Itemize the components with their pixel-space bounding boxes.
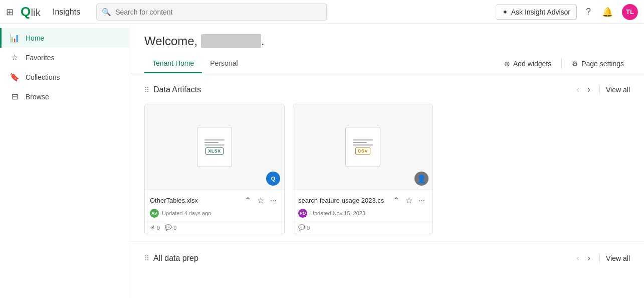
card-views-xlsx: 👁 0: [150, 225, 160, 231]
nav-prev-button[interactable]: ‹: [573, 82, 582, 97]
sidebar-item-favorites[interactable]: ☆ Favorites: [0, 48, 130, 67]
card-info-xlsx: OtherTables.xlsx ⌃ ☆ ··· AV Updated 4 da…: [145, 190, 284, 222]
csv-badge: CSV: [355, 147, 370, 155]
card-star-button[interactable]: ☆: [255, 194, 267, 207]
avatar[interactable]: TL: [622, 4, 638, 20]
sidebar-item-label: Collections: [26, 73, 60, 81]
tabs-actions: ⊕ Add widgets ⚙ Page settings: [498, 57, 630, 71]
card-more-button-csv[interactable]: ···: [416, 195, 427, 207]
view-all-link-prep[interactable]: View all: [599, 254, 630, 262]
tab-personal[interactable]: Personal: [202, 54, 246, 73]
page-settings-button[interactable]: ⚙ Page settings: [566, 57, 630, 71]
notification-icon-button[interactable]: 🔔: [600, 5, 615, 20]
tabs-row: Tenant Home Personal ⊕ Add widgets ⚙ Pag…: [130, 54, 644, 73]
sidebar-item-browse[interactable]: ⊟ Browse: [0, 87, 130, 106]
sparkle-icon: ✦: [502, 8, 508, 16]
tab-tenant-home[interactable]: Tenant Home: [144, 54, 202, 73]
card-more-button[interactable]: ···: [268, 195, 279, 207]
file-lines-csv: [353, 139, 373, 145]
drag-dots-icon: ⠿: [144, 86, 149, 94]
comment-icon-csv: 💬: [298, 224, 305, 231]
sidebar: 📊 Home ☆ Favorites 🔖 Collections ⊟ Brows…: [0, 24, 130, 298]
main-layout: 📊 Home ☆ Favorites 🔖 Collections ⊟ Brows…: [0, 24, 644, 298]
card-info-csv: search feature usage 2023.cs ⌃ ☆ ··· PD …: [293, 190, 433, 222]
card-meta-csv: PD Updated Nov 15, 2023: [298, 209, 427, 218]
main-content: Welcome, . Tenant Home Personal ⊕ Add wi…: [130, 24, 644, 298]
card-comments-csv: 💬 0: [298, 224, 310, 231]
browse-icon: ⊟: [10, 92, 20, 101]
svg-text:Q: Q: [21, 5, 31, 19]
eye-icon: 👁: [150, 225, 155, 231]
topbar-right: ✦ Ask Insight Advisor ? 🔔 TL: [496, 4, 638, 20]
section-nav-data-prep: ‹ › View all: [573, 251, 630, 265]
file-line: [353, 139, 373, 140]
thumb-avatar-xlsx: Q: [266, 172, 280, 186]
card-meta-avatar-xlsx: AV: [150, 209, 159, 218]
search-icon: 🔍: [102, 8, 111, 17]
card-comments-xlsx: 💬 0: [165, 224, 176, 231]
nav-prev-button-prep[interactable]: ‹: [573, 251, 582, 265]
nav-next-button[interactable]: ›: [584, 82, 593, 97]
search-bar[interactable]: 🔍: [96, 4, 327, 21]
qlik-logo-svg: Q lik: [20, 5, 50, 19]
card-name-csv: search feature usage 2023.cs: [298, 197, 386, 204]
welcome-prefix: Welcome,: [144, 34, 197, 48]
comment-icon: 💬: [165, 224, 172, 231]
file-lines: [204, 139, 225, 145]
card-updated-csv: Updated Nov 15, 2023: [310, 210, 365, 216]
plus-circle-icon: ⊕: [504, 60, 510, 68]
file-line: [204, 139, 225, 140]
view-all-link[interactable]: View all: [599, 86, 630, 94]
card-actions-csv: ⌃ ☆ ···: [390, 194, 427, 207]
card-stats-csv: 💬 0: [293, 222, 433, 234]
card-search-feature: CSV 👤 search feature usage 2023.cs ⌃ ☆: [293, 104, 433, 234]
grid-icon[interactable]: ⊞: [6, 7, 14, 18]
gear-icon: ⚙: [572, 60, 578, 68]
card-thumb-xlsx: XLSX Q: [145, 104, 284, 190]
file-line: [353, 144, 373, 145]
file-icon-csv: CSV: [345, 127, 380, 167]
card-info-row-csv: search feature usage 2023.cs ⌃ ☆ ···: [298, 194, 427, 207]
card-meta-avatar-csv: PD: [298, 209, 307, 218]
card-info-row: OtherTables.xlsx ⌃ ☆ ···: [150, 194, 279, 207]
add-widgets-button[interactable]: ⊕ Add widgets: [498, 57, 557, 71]
sidebar-item-home[interactable]: 📊 Home: [0, 28, 130, 48]
bookmark-icon: 🔖: [10, 72, 20, 82]
help-icon-button[interactable]: ?: [584, 5, 593, 19]
username-blurred: [201, 34, 261, 48]
sidebar-item-label: Browse: [26, 93, 49, 101]
topbar: ⊞ Q lik Insights 🔍 ✦ Ask Insight Advisor…: [0, 0, 644, 24]
ask-insight-button[interactable]: ✦ Ask Insight Advisor: [496, 5, 577, 20]
search-input[interactable]: [115, 8, 321, 16]
card-actions-xlsx: ⌃ ☆ ···: [242, 194, 279, 207]
card-name-xlsx: OtherTables.xlsx: [150, 197, 238, 204]
file-line-short: [353, 142, 367, 143]
file-line: [204, 144, 225, 145]
section-header-data-artifacts: ⠿ Data Artifacts ‹ › View all: [144, 82, 630, 97]
card-expand-button[interactable]: ⌃: [242, 194, 254, 207]
app-name: Insights: [53, 8, 80, 17]
card-star-button-csv[interactable]: ☆: [403, 194, 415, 207]
section-title-data-artifacts: ⠿ Data Artifacts: [144, 85, 573, 94]
card-thumb-csv: CSV 👤: [293, 104, 433, 190]
drag-dots-icon-2: ⠿: [144, 254, 149, 262]
card-stats-xlsx: 👁 0 💬 0: [145, 222, 284, 234]
file-line-short: [204, 142, 219, 143]
card-meta-xlsx: AV Updated 4 days ago: [150, 209, 279, 218]
thumb-avatar-csv: 👤: [414, 172, 428, 186]
welcome-suffix: .: [261, 34, 265, 48]
card-other-tables: XLSX Q OtherTables.xlsx ⌃ ☆ ···: [144, 104, 285, 234]
sidebar-item-collections[interactable]: 🔖 Collections: [0, 67, 130, 87]
svg-text:lik: lik: [31, 7, 41, 18]
sidebar-item-label: Favorites: [26, 54, 55, 62]
home-icon: 📊: [10, 33, 20, 43]
section-nav: ‹ › View all: [573, 82, 630, 97]
welcome-bar: Welcome, .: [130, 24, 644, 48]
card-expand-button-csv[interactable]: ⌃: [390, 194, 402, 207]
cards-row: XLSX Q OtherTables.xlsx ⌃ ☆ ···: [144, 104, 630, 234]
file-icon-xlsx: XLSX: [197, 127, 232, 167]
nav-next-button-prep[interactable]: ›: [584, 251, 593, 265]
section-title-data-prep: ⠿ All data prep: [144, 254, 573, 263]
star-icon: ☆: [10, 53, 20, 62]
data-artifacts-section: ⠿ Data Artifacts ‹ › View all: [130, 73, 644, 234]
